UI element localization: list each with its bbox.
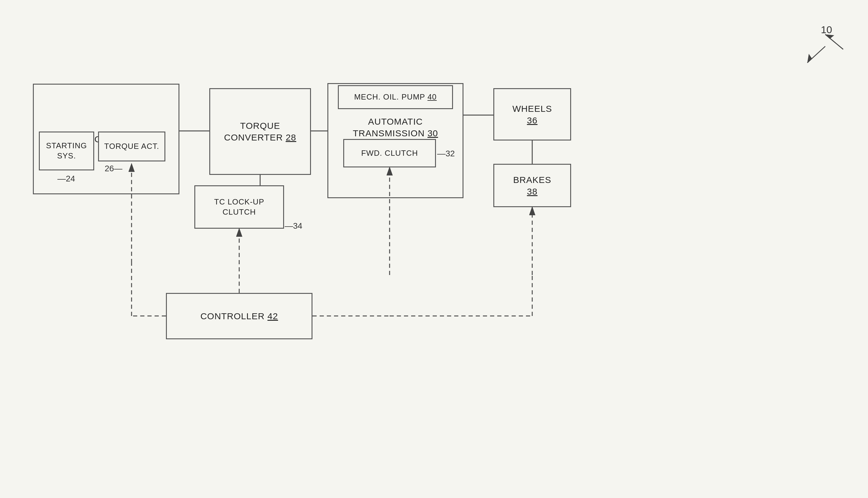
ref-32: —32 — [437, 149, 455, 158]
diagram-container: 10 ENGINE 22 STARTINGSYS. —24 TORQUE ACT… — [0, 0, 868, 498]
torque-converter-label: TORQUECONVERTER 28 — [224, 120, 296, 143]
tc-lockup-label: TC LOCK-UPCLUTCH — [214, 197, 264, 217]
mech-oil-pump-label: MECH. OIL. PUMP 40 — [354, 92, 437, 102]
torque-converter-box: TORQUECONVERTER 28 — [209, 88, 311, 175]
diagram-arrows — [0, 0, 868, 498]
ref-34: —34 — [285, 221, 302, 231]
brakes-label: BRAKES38 — [513, 174, 552, 197]
starting-sys-label: STARTINGSYS. — [46, 141, 87, 161]
controller-box: CONTROLLER 42 — [166, 293, 312, 339]
svg-line-0 — [807, 46, 825, 63]
wheels-box: WHEELS36 — [493, 88, 571, 141]
svg-line-18 — [825, 35, 843, 49]
torque-act-box: TORQUE ACT. — [98, 132, 165, 161]
mech-oil-pump-box: MECH. OIL. PUMP 40 — [338, 85, 453, 109]
auto-transmission-label: AUTOMATICTRANSMISSION 30 — [353, 116, 438, 139]
controller-label: CONTROLLER 42 — [200, 310, 278, 322]
starting-sys-box: STARTINGSYS. — [39, 132, 94, 170]
ref-26: 26— — [105, 164, 122, 173]
svg-marker-1 — [807, 54, 812, 63]
fwd-clutch-box: FWD. CLUTCH — [343, 139, 436, 167]
torque-act-label: TORQUE ACT. — [104, 141, 159, 152]
ref-24: —24 — [57, 174, 75, 184]
tc-lockup-box: TC LOCK-UPCLUTCH — [194, 185, 284, 229]
wheels-label: WHEELS36 — [513, 103, 552, 126]
brakes-box: BRAKES38 — [493, 164, 571, 207]
figure-number: 10 — [821, 24, 832, 36]
fwd-clutch-label: FWD. CLUTCH — [361, 148, 418, 158]
